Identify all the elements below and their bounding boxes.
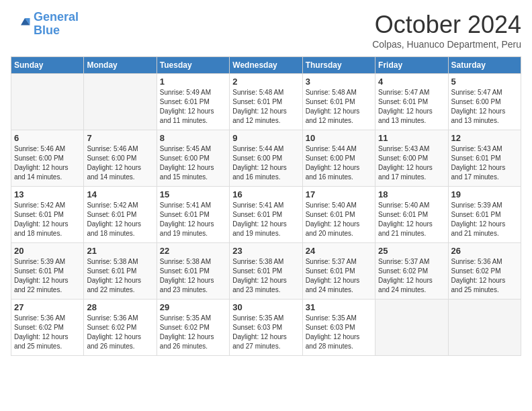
calendar-cell: 4Sunrise: 5:47 AM Sunset: 6:01 PM Daylig… (375, 74, 448, 130)
day-number: 23 (232, 246, 299, 256)
calendar-cell: 29Sunrise: 5:35 AM Sunset: 6:02 PM Dayli… (157, 300, 229, 356)
calendar-table: SundayMondayTuesdayWednesdayThursdayFrid… (11, 56, 521, 356)
calendar-cell: 23Sunrise: 5:38 AM Sunset: 6:01 PM Dayli… (230, 243, 302, 300)
week-row-1: 1Sunrise: 5:49 AM Sunset: 6:01 PM Daylig… (11, 74, 521, 130)
month-title: October 2024 (372, 11, 521, 39)
calendar-cell: 6Sunrise: 5:46 AM Sunset: 6:00 PM Daylig… (11, 130, 84, 187)
day-info: Sunrise: 5:48 AM Sunset: 6:01 PM Dayligh… (306, 88, 372, 126)
week-row-2: 6Sunrise: 5:46 AM Sunset: 6:00 PM Daylig… (11, 130, 521, 187)
day-number: 5 (451, 77, 518, 87)
day-number: 20 (14, 246, 81, 256)
logo-icon (11, 14, 31, 34)
day-number: 6 (14, 133, 81, 143)
day-number: 14 (87, 189, 153, 199)
week-row-3: 13Sunrise: 5:42 AM Sunset: 6:01 PM Dayli… (11, 187, 521, 243)
calendar-cell: 24Sunrise: 5:37 AM Sunset: 6:01 PM Dayli… (302, 243, 375, 300)
day-info: Sunrise: 5:49 AM Sunset: 6:01 PM Dayligh… (160, 88, 226, 126)
day-info: Sunrise: 5:47 AM Sunset: 6:01 PM Dayligh… (378, 88, 445, 126)
calendar-cell: 31Sunrise: 5:35 AM Sunset: 6:03 PM Dayli… (302, 300, 375, 356)
day-info: Sunrise: 5:40 AM Sunset: 6:01 PM Dayligh… (378, 201, 445, 238)
calendar-cell: 12Sunrise: 5:43 AM Sunset: 6:01 PM Dayli… (448, 130, 521, 187)
day-number: 4 (378, 77, 445, 87)
location: Colpas, Huanuco Department, Peru (372, 39, 521, 50)
day-info: Sunrise: 5:46 AM Sunset: 6:00 PM Dayligh… (87, 144, 153, 182)
day-number: 22 (160, 246, 226, 256)
calendar-cell: 13Sunrise: 5:42 AM Sunset: 6:01 PM Dayli… (11, 187, 84, 243)
calendar-cell: 26Sunrise: 5:36 AM Sunset: 6:02 PM Dayli… (448, 243, 521, 300)
day-number: 25 (378, 246, 445, 256)
day-info: Sunrise: 5:44 AM Sunset: 6:00 PM Dayligh… (232, 144, 299, 182)
weekday-header-monday: Monday (84, 57, 157, 74)
day-info: Sunrise: 5:35 AM Sunset: 6:03 PM Dayligh… (232, 314, 299, 351)
calendar-cell: 10Sunrise: 5:44 AM Sunset: 6:00 PM Dayli… (302, 130, 375, 187)
day-number: 1 (160, 77, 226, 87)
day-info: Sunrise: 5:40 AM Sunset: 6:01 PM Dayligh… (306, 201, 372, 238)
header: General Blue October 2024 Colpas, Huanuc… (11, 11, 521, 50)
calendar-cell: 22Sunrise: 5:38 AM Sunset: 6:01 PM Dayli… (157, 243, 229, 300)
calendar-cell (11, 74, 84, 130)
calendar-cell: 1Sunrise: 5:49 AM Sunset: 6:01 PM Daylig… (157, 74, 229, 130)
day-number: 18 (378, 189, 445, 199)
logo: General Blue (11, 11, 79, 38)
calendar-cell: 5Sunrise: 5:47 AM Sunset: 6:00 PM Daylig… (448, 74, 521, 130)
week-row-4: 20Sunrise: 5:39 AM Sunset: 6:01 PM Dayli… (11, 243, 521, 300)
day-info: Sunrise: 5:38 AM Sunset: 6:01 PM Dayligh… (160, 257, 226, 295)
day-number: 16 (232, 189, 299, 199)
day-info: Sunrise: 5:39 AM Sunset: 6:01 PM Dayligh… (451, 201, 518, 238)
weekday-header-row: SundayMondayTuesdayWednesdayThursdayFrid… (11, 57, 521, 74)
calendar-cell: 7Sunrise: 5:46 AM Sunset: 6:00 PM Daylig… (84, 130, 157, 187)
calendar-cell: 21Sunrise: 5:38 AM Sunset: 6:01 PM Dayli… (84, 243, 157, 300)
day-number: 15 (160, 189, 226, 199)
weekday-header-wednesday: Wednesday (230, 57, 302, 74)
day-info: Sunrise: 5:47 AM Sunset: 6:00 PM Dayligh… (451, 88, 518, 126)
calendar-cell: 18Sunrise: 5:40 AM Sunset: 6:01 PM Dayli… (375, 187, 448, 243)
weekday-header-saturday: Saturday (448, 57, 521, 74)
calendar-cell: 9Sunrise: 5:44 AM Sunset: 6:00 PM Daylig… (230, 130, 302, 187)
day-number: 8 (160, 133, 226, 143)
calendar-cell: 28Sunrise: 5:36 AM Sunset: 6:02 PM Dayli… (84, 300, 157, 356)
calendar-cell: 25Sunrise: 5:37 AM Sunset: 6:02 PM Dayli… (375, 243, 448, 300)
day-info: Sunrise: 5:46 AM Sunset: 6:00 PM Dayligh… (14, 144, 81, 182)
day-info: Sunrise: 5:39 AM Sunset: 6:01 PM Dayligh… (14, 257, 81, 295)
calendar-cell: 16Sunrise: 5:41 AM Sunset: 6:01 PM Dayli… (230, 187, 302, 243)
day-number: 24 (306, 246, 372, 256)
calendar-cell (84, 74, 157, 130)
day-number: 3 (306, 77, 372, 87)
day-number: 31 (306, 302, 372, 312)
day-info: Sunrise: 5:36 AM Sunset: 6:02 PM Dayligh… (451, 257, 518, 295)
calendar-cell: 27Sunrise: 5:36 AM Sunset: 6:02 PM Dayli… (11, 300, 84, 356)
day-info: Sunrise: 5:43 AM Sunset: 6:00 PM Dayligh… (378, 144, 445, 182)
day-number: 30 (232, 302, 299, 312)
day-info: Sunrise: 5:41 AM Sunset: 6:01 PM Dayligh… (232, 201, 299, 238)
calendar-cell: 11Sunrise: 5:43 AM Sunset: 6:00 PM Dayli… (375, 130, 448, 187)
calendar-cell: 20Sunrise: 5:39 AM Sunset: 6:01 PM Dayli… (11, 243, 84, 300)
calendar-cell: 3Sunrise: 5:48 AM Sunset: 6:01 PM Daylig… (302, 74, 375, 130)
day-info: Sunrise: 5:45 AM Sunset: 6:00 PM Dayligh… (160, 144, 226, 182)
day-info: Sunrise: 5:37 AM Sunset: 6:02 PM Dayligh… (378, 257, 445, 295)
day-info: Sunrise: 5:38 AM Sunset: 6:01 PM Dayligh… (232, 257, 299, 295)
day-number: 13 (14, 189, 81, 199)
weekday-header-tuesday: Tuesday (157, 57, 229, 74)
calendar-cell: 2Sunrise: 5:48 AM Sunset: 6:01 PM Daylig… (230, 74, 302, 130)
calendar-cell: 30Sunrise: 5:35 AM Sunset: 6:03 PM Dayli… (230, 300, 302, 356)
calendar-cell: 17Sunrise: 5:40 AM Sunset: 6:01 PM Dayli… (302, 187, 375, 243)
day-info: Sunrise: 5:35 AM Sunset: 6:03 PM Dayligh… (306, 314, 372, 351)
calendar-cell (448, 300, 521, 356)
day-number: 7 (87, 133, 153, 143)
day-number: 27 (14, 302, 81, 312)
day-info: Sunrise: 5:41 AM Sunset: 6:01 PM Dayligh… (160, 201, 226, 238)
day-info: Sunrise: 5:44 AM Sunset: 6:00 PM Dayligh… (306, 144, 372, 182)
week-row-5: 27Sunrise: 5:36 AM Sunset: 6:02 PM Dayli… (11, 300, 521, 356)
calendar-cell: 14Sunrise: 5:42 AM Sunset: 6:01 PM Dayli… (84, 187, 157, 243)
weekday-header-thursday: Thursday (302, 57, 375, 74)
day-number: 26 (451, 246, 518, 256)
day-number: 17 (306, 189, 372, 199)
day-info: Sunrise: 5:42 AM Sunset: 6:01 PM Dayligh… (87, 201, 153, 238)
day-info: Sunrise: 5:48 AM Sunset: 6:01 PM Dayligh… (232, 88, 299, 126)
day-info: Sunrise: 5:36 AM Sunset: 6:02 PM Dayligh… (87, 314, 153, 351)
title-block: October 2024 Colpas, Huanuco Department,… (372, 11, 521, 50)
day-number: 2 (232, 77, 299, 87)
day-info: Sunrise: 5:37 AM Sunset: 6:01 PM Dayligh… (306, 257, 372, 295)
day-number: 29 (160, 302, 226, 312)
day-info: Sunrise: 5:36 AM Sunset: 6:02 PM Dayligh… (14, 314, 81, 351)
